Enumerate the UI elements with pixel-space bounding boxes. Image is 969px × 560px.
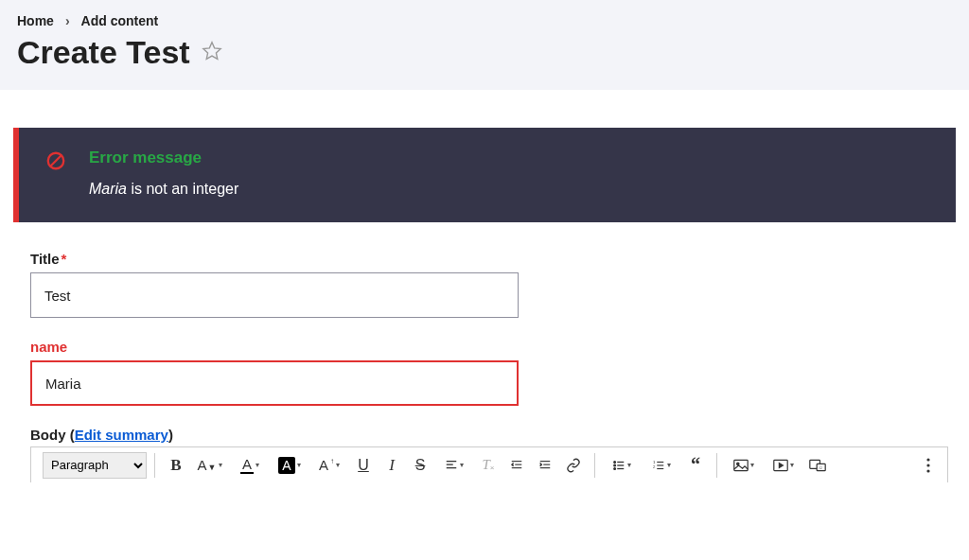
error-icon (45, 150, 66, 175)
body-label-row: Body (Edit summary) (30, 427, 539, 443)
error-text: Maria is not an integer (89, 181, 238, 198)
title-label-text: Title (30, 251, 60, 267)
svg-point-24 (737, 463, 739, 464)
indent-increase-button[interactable] (532, 452, 558, 479)
svg-text:2: 2 (653, 464, 656, 468)
editor-toolbar: Paragraph B A▼▾ A▾ A▾ A↑▾ U I S ▾ T× (30, 446, 948, 482)
clear-format-button[interactable]: T× (475, 452, 502, 479)
name-input[interactable] (30, 360, 519, 406)
title-input[interactable] (30, 272, 519, 318)
error-wrap: Error message Maria is not an integer (0, 90, 969, 251)
highlight-button[interactable]: A▾ (271, 452, 308, 479)
svg-point-31 (926, 464, 929, 466)
svg-text:♫: ♫ (819, 464, 822, 470)
body-label-prefix: Body ( (30, 427, 75, 443)
title-field: Title* (30, 251, 539, 318)
chevron-right-icon: › (65, 13, 70, 28)
error-heading: Error message (89, 149, 238, 167)
svg-point-14 (614, 467, 616, 469)
name-label: name (30, 339, 539, 355)
media-button[interactable]: ▾ (765, 452, 802, 479)
header-area: Home › Add content Create Test (0, 0, 969, 90)
error-message-box: Error message Maria is not an integer (13, 128, 956, 222)
bold-button[interactable]: B (163, 452, 189, 479)
bullet-list-button[interactable]: ▾ (603, 452, 641, 479)
more-options-button[interactable] (915, 452, 942, 479)
font-size-inc-button[interactable]: A↑▾ (310, 452, 348, 479)
paragraph-style-select[interactable]: Paragraph (43, 452, 147, 479)
underline-button[interactable]: U (350, 452, 377, 479)
page-title-row: Create Test (17, 34, 952, 71)
svg-point-12 (614, 461, 616, 463)
toolbar-sep (154, 453, 155, 478)
breadcrumb-home[interactable]: Home (17, 13, 54, 28)
align-button[interactable]: ▾ (435, 452, 473, 479)
quote-button[interactable]: “ (682, 452, 709, 479)
svg-rect-23 (734, 460, 748, 470)
error-content: Error message Maria is not an integer (89, 149, 238, 198)
svg-marker-26 (779, 463, 783, 467)
breadcrumb: Home › Add content (17, 13, 952, 28)
font-color-button[interactable]: A▾ (231, 452, 269, 479)
embed-button[interactable]: ♫ (804, 452, 831, 479)
strikethrough-button[interactable]: S (407, 452, 433, 479)
edit-summary-link[interactable]: Edit summary (75, 427, 168, 443)
indent-decrease-button[interactable] (503, 452, 530, 479)
svg-line-2 (51, 156, 62, 166)
name-field: name (30, 339, 539, 406)
required-mark: * (62, 251, 67, 267)
numbered-list-button[interactable]: 12 ▾ (643, 452, 680, 479)
svg-point-32 (926, 469, 929, 472)
error-value: Maria (89, 181, 127, 197)
error-rest: is not an integer (131, 181, 238, 197)
page-body: Error message Maria is not an integer Ti… (0, 90, 969, 482)
svg-marker-0 (203, 42, 220, 59)
image-button[interactable]: ▾ (725, 452, 763, 479)
italic-button[interactable]: I (379, 452, 405, 479)
body-label-suffix: ) (168, 427, 173, 443)
link-button[interactable] (560, 452, 587, 479)
toolbar-sep (594, 453, 595, 478)
breadcrumb-add-content[interactable]: Add content (81, 13, 159, 28)
svg-point-13 (614, 464, 616, 466)
svg-point-30 (926, 458, 929, 461)
page-title: Create Test (17, 34, 190, 71)
form-area: Title* name Body (Edit summary) (0, 251, 539, 443)
star-icon[interactable] (202, 41, 222, 65)
toolbar-sep (716, 453, 717, 478)
font-size-button[interactable]: A▼▾ (191, 452, 229, 479)
title-label: Title* (30, 251, 539, 267)
